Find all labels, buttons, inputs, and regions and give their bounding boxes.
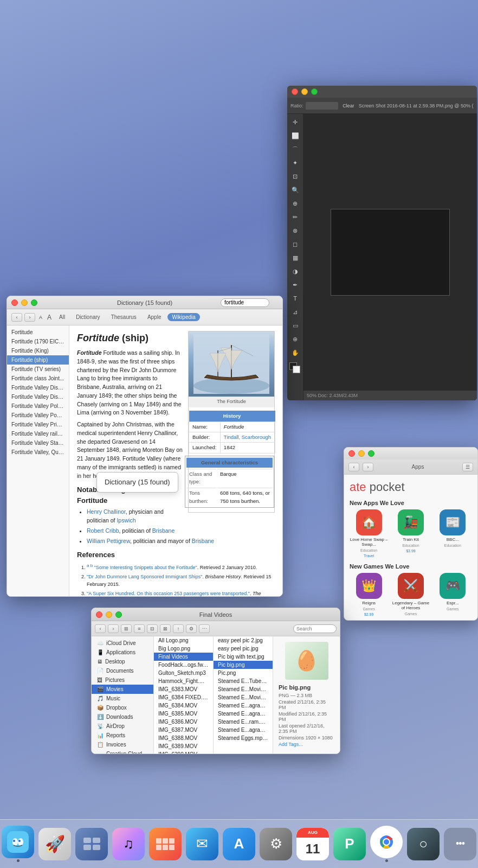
dict-search-input[interactable] <box>221 298 269 307</box>
finder-sidebar-documents[interactable]: 📄 Documents <box>92 666 153 675</box>
sidebar-item-1[interactable]: Fortitude (1790 EIC s... <box>7 337 69 346</box>
dock-item-chrome[interactable] <box>370 826 403 862</box>
finder-forward-button[interactable]: › <box>108 624 119 633</box>
finder-sidebar-icloud[interactable]: ☁️ iCloud Drive <box>92 639 153 648</box>
sidebar-item-10[interactable]: Fortitude Valley Primi... <box>7 420 69 429</box>
dock-item-more[interactable]: ••• <box>444 828 476 860</box>
tab-apple[interactable]: Apple <box>143 313 166 321</box>
pocket-game-2[interactable]: 🎮 Espr... Games <box>434 573 472 616</box>
finder-col1-item-6[interactable]: IMG_6383.MOV <box>154 685 213 693</box>
finder-col2-item-3[interactable]: Pic big.png <box>214 661 273 669</box>
ps-pen-tool[interactable]: ✒ <box>289 279 301 291</box>
dock-item-itunes[interactable]: ♫ <box>112 828 145 860</box>
pocket-game-1[interactable]: ⚔️ Legendary – Game of Heroes Games <box>391 573 430 616</box>
dock-item-rocket[interactable]: 🚀 <box>38 828 71 860</box>
dict-close-button[interactable] <box>11 299 18 306</box>
sidebar-item-2[interactable]: Fortitude (King) <box>7 346 69 355</box>
finder-view-list[interactable]: ≡ <box>134 624 145 633</box>
ps-eyedropper-tool[interactable]: 🔍 <box>289 184 301 196</box>
finder-search-input[interactable] <box>293 624 337 633</box>
pocket-app-0[interactable]: 🏠 Love Home Swap – Swap... Education Tra… <box>350 509 388 558</box>
finder-col1-item-2[interactable]: Final Videos <box>154 653 213 661</box>
pocket-app-1[interactable]: 🚂 Train Kit Education $3.99 <box>391 509 430 558</box>
sidebar-item-0[interactable]: Fortitude <box>7 328 69 337</box>
finder-view-icons[interactable]: ⊞ <box>121 624 132 633</box>
finder-sidebar-movies[interactable]: 🎬 Movies <box>92 685 153 694</box>
pocket-game-0[interactable]: 👑 Reigns Games $2.99 <box>350 573 388 616</box>
finder-sidebar-applications[interactable]: 📱 Applications <box>92 648 153 657</box>
finder-col2-item-11[interactable]: Steamed E...agram.xmp <box>214 726 273 734</box>
finder-col2-item-10[interactable]: Steamed E...ram.mpeg <box>214 718 273 726</box>
pocket-maximize-button[interactable] <box>368 450 374 457</box>
dock-item-sysprefs[interactable]: ⚙ <box>260 828 292 860</box>
ps-gradient-tool[interactable]: ▦ <box>289 252 301 264</box>
ps-path-tool[interactable]: ⊿ <box>289 306 301 318</box>
sidebar-item-12[interactable]: Fortitude Valley State... <box>7 438 69 448</box>
dict-maximize-button[interactable] <box>31 299 37 306</box>
finder-view-columns[interactable]: ⊟ <box>147 624 158 633</box>
dict-forward-button[interactable]: › <box>24 313 35 322</box>
finder-tags-button[interactable]: ⋯ <box>199 624 210 633</box>
tab-dictionary[interactable]: Dictionary <box>72 313 104 321</box>
finder-back-button[interactable]: ‹ <box>95 624 106 633</box>
finder-col1-item-4[interactable]: Gulton_Sketch.mp3 <box>154 669 213 677</box>
dict-font-small[interactable]: A <box>39 315 42 320</box>
ps-lasso-tool[interactable]: ⌒ <box>289 143 301 155</box>
tab-wikipedia[interactable]: Wikipedia <box>167 313 199 321</box>
dock-item-calendar[interactable]: AUG 11 <box>296 828 329 860</box>
dict-font-large[interactable]: A <box>47 314 51 321</box>
finder-col2-item-2[interactable]: Pic big with text.jpg <box>214 653 273 661</box>
ps-text-tool[interactable]: T <box>289 292 301 304</box>
finder-col1-item-9[interactable]: IMG_6385.MOV <box>154 710 213 718</box>
finder-sidebar-downloads[interactable]: ⬇️ Downloads <box>92 712 153 722</box>
finder-col2-item-12[interactable]: Steamed Eggs.mpeg <box>214 734 273 742</box>
dock-item-appstore[interactable]: A <box>223 828 255 860</box>
sidebar-item-6[interactable]: Fortitude Valley Disti... <box>7 383 69 392</box>
ps-close-button[interactable] <box>292 88 298 95</box>
pocket-close-button[interactable] <box>348 450 355 457</box>
ps-minimize-button[interactable] <box>301 88 308 95</box>
pocket-forward-button[interactable]: › <box>363 463 373 471</box>
finder-sidebar-music[interactable]: 🎵 Music <box>92 694 153 703</box>
finder-col2-item-5[interactable]: Steamed E...Tube.mpg <box>214 677 273 685</box>
ps-shape-tool[interactable]: ▭ <box>289 320 301 331</box>
dock-item-mission-control[interactable] <box>75 828 108 860</box>
ps-dodge-tool[interactable]: ◑ <box>289 265 301 277</box>
tab-all[interactable]: All <box>55 313 69 321</box>
sidebar-item-7[interactable]: Fortitude Valley Dish... <box>7 392 69 401</box>
finder-col1-item-12[interactable]: IMG_6388.MOV <box>154 734 213 742</box>
sidebar-item-11[interactable]: Fortitude Valley railw... <box>7 429 69 438</box>
finder-col1-item-1[interactable]: Big Logo.png <box>154 644 213 653</box>
ps-maximize-button[interactable] <box>311 88 318 95</box>
finder-col1-item-5[interactable]: Hammock_Fight.mp3 <box>154 677 213 685</box>
finder-sidebar-dropbox[interactable]: 📦 Dropbox <box>92 703 153 712</box>
ps-clear-btn[interactable]: Clear <box>343 103 354 108</box>
finder-maximize-button[interactable] <box>115 611 122 618</box>
ps-clone-tool[interactable]: ⊗ <box>289 225 301 237</box>
sidebar-item-13[interactable]: Fortitude Valley, Que... <box>7 448 69 457</box>
finder-minimize-button[interactable] <box>106 611 112 618</box>
pocket-minimize-button[interactable] <box>358 450 365 457</box>
finder-col1-item-3[interactable]: FoodHack...ogs.fw.png <box>154 661 213 669</box>
finder-col2-item-9[interactable]: Steamed E...agram.mov <box>214 710 273 718</box>
ps-crop-tool[interactable]: ⊡ <box>289 170 301 182</box>
finder-col2-item-6[interactable]: Steamed E...Movie.mov <box>214 685 273 693</box>
ps-brush-tool[interactable]: ✏ <box>289 211 301 223</box>
dict-back-button[interactable]: ‹ <box>11 313 22 322</box>
finder-col2-item-4[interactable]: Pic.png <box>214 669 273 677</box>
finder-col2-item-7[interactable]: Steamed E...Movie.mov <box>214 693 273 701</box>
ps-heal-tool[interactable]: ⊕ <box>289 197 301 209</box>
ps-magic-wand-tool[interactable]: ✦ <box>289 157 301 169</box>
finder-col1-item-8[interactable]: IMG_6384.MOV <box>154 701 213 710</box>
ps-hand-tool[interactable]: ✋ <box>289 347 301 359</box>
finder-close-button[interactable] <box>96 611 102 618</box>
pocket-app-2[interactable]: 📰 BBC... Education <box>434 509 472 558</box>
finder-sidebar-cc[interactable]: ☁️ Creative Cloud Files <box>92 749 153 754</box>
dock-item-mail[interactable]: ✉ <box>186 828 218 860</box>
dict-search[interactable] <box>221 298 269 307</box>
finder-sidebar-airdrop[interactable]: 📡 AirDrop <box>92 722 153 731</box>
dict-minimize-button[interactable] <box>21 299 28 306</box>
finder-col1-item-11[interactable]: IMG_6387.MOV <box>154 726 213 734</box>
finder-col1-item-7[interactable]: IMG_6384 FIXED.mov <box>154 693 213 701</box>
sidebar-item-4[interactable]: Fortitude (TV series) <box>7 365 69 374</box>
